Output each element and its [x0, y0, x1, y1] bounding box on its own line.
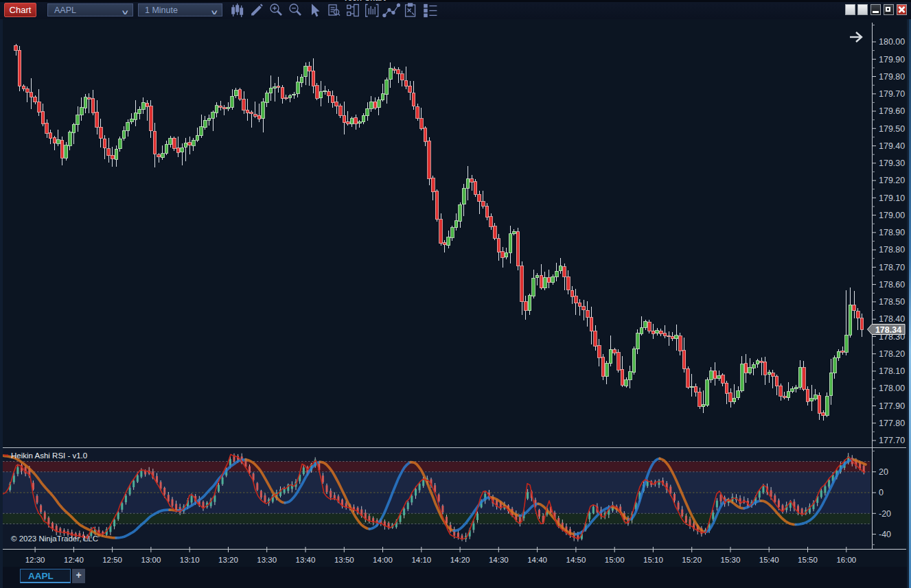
svg-text:178.60: 178.60 [879, 280, 905, 290]
svg-text:13:10: 13:10 [180, 556, 200, 564]
svg-text:12:40: 12:40 [64, 556, 84, 564]
svg-text:0: 0 [879, 488, 884, 497]
svg-text:14:20: 14:20 [450, 556, 470, 564]
svg-text:14:10: 14:10 [411, 556, 431, 564]
svg-text:178.40: 178.40 [879, 314, 905, 324]
svg-text:14:00: 14:00 [373, 556, 393, 564]
svg-text:-40: -40 [879, 530, 891, 539]
svg-text:16:00: 16:00 [836, 556, 856, 564]
svg-text:179.70: 179.70 [879, 89, 905, 99]
svg-text:15:40: 15:40 [759, 556, 779, 564]
svg-text:178.80: 178.80 [879, 245, 905, 255]
svg-text:179.40: 179.40 [879, 141, 905, 151]
svg-text:12:50: 12:50 [102, 556, 122, 564]
svg-text:179.20: 179.20 [879, 176, 905, 185]
svg-text:178.90: 178.90 [879, 228, 905, 237]
svg-text:177.90: 177.90 [879, 401, 905, 411]
svg-text:15:20: 15:20 [682, 556, 702, 564]
svg-text:13:50: 13:50 [334, 556, 354, 564]
svg-text:179.10: 179.10 [879, 193, 905, 203]
svg-text:20: 20 [879, 467, 888, 477]
svg-text:Heikin Ashi RSI - v1.0: Heikin Ashi RSI - v1.0 [11, 451, 87, 460]
svg-text:14:50: 14:50 [566, 556, 586, 564]
svg-text:180.00: 180.00 [879, 37, 905, 47]
svg-text:15:30: 15:30 [721, 556, 741, 564]
svg-text:14:30: 14:30 [489, 556, 509, 564]
svg-text:14:40: 14:40 [527, 556, 547, 564]
svg-text:178.10: 178.10 [879, 366, 905, 376]
svg-text:177.80: 177.80 [879, 419, 905, 428]
svg-text:13:00: 13:00 [141, 556, 161, 564]
svg-text:179.00: 179.00 [879, 211, 905, 220]
svg-text:13:40: 13:40 [296, 556, 316, 564]
svg-text:179.90: 179.90 [879, 55, 905, 64]
svg-text:179.50: 179.50 [879, 124, 905, 134]
svg-text:15:50: 15:50 [798, 556, 818, 564]
svg-text:179.30: 179.30 [879, 158, 905, 168]
svg-text:178.20: 178.20 [879, 349, 905, 359]
svg-text:177.70: 177.70 [879, 436, 905, 445]
svg-text:13:30: 13:30 [257, 556, 277, 564]
svg-text:13:20: 13:20 [218, 556, 238, 564]
svg-text:-20: -20 [879, 509, 891, 519]
svg-text:178.00: 178.00 [879, 384, 905, 393]
svg-text:© 2023 NinjaTrader, LLC: © 2023 NinjaTrader, LLC [11, 534, 98, 543]
svg-text:178.70: 178.70 [879, 263, 905, 272]
svg-text:178.34: 178.34 [875, 325, 901, 335]
svg-text:15:10: 15:10 [643, 556, 663, 564]
svg-text:15:00: 15:00 [605, 556, 625, 564]
svg-text:12:30: 12:30 [25, 556, 45, 564]
svg-text:178.50: 178.50 [879, 297, 905, 307]
svg-text:179.80: 179.80 [879, 72, 905, 82]
svg-text:179.60: 179.60 [879, 106, 905, 116]
